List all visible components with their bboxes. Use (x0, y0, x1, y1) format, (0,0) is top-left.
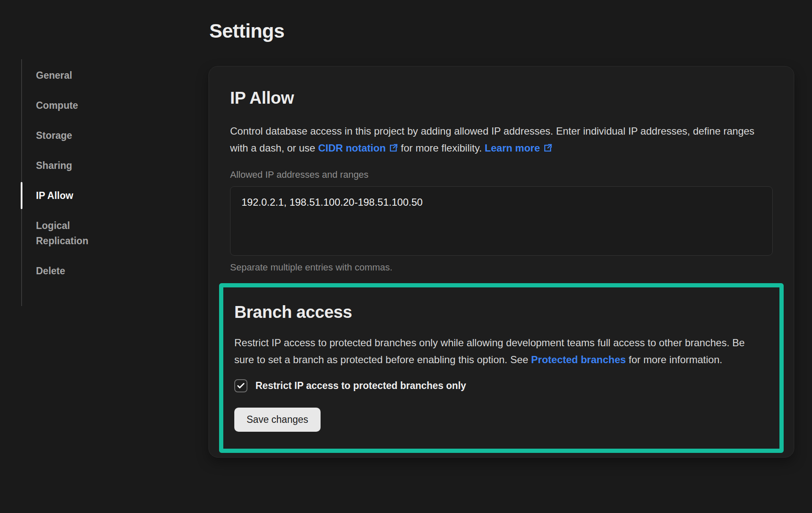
restrict-ip-checkbox-label: Restrict IP access to protected branches… (255, 380, 466, 392)
settings-page: General Compute Storage Sharing IP Allow… (0, 0, 812, 513)
settings-nav: General Compute Storage Sharing IP Allow… (21, 59, 110, 306)
page-title: Settings (209, 19, 794, 42)
restrict-ip-checkbox[interactable] (234, 379, 247, 392)
cidr-notation-link[interactable]: CIDR notation (318, 142, 386, 154)
ip-allow-description: Control database access in this project … (230, 123, 773, 157)
settings-sidebar: General Compute Storage Sharing IP Allow… (0, 0, 208, 513)
ip-allow-title: IP Allow (230, 88, 773, 108)
learn-more-link[interactable]: Learn more (485, 142, 540, 154)
save-changes-button[interactable]: Save changes (234, 408, 321, 432)
settings-main: Settings IP Allow Control database acces… (208, 0, 812, 513)
branch-access-title: Branch access (234, 303, 768, 322)
sidebar-item-ip-allow[interactable]: IP Allow (36, 188, 110, 203)
ip-allow-description-text-2: for more flexibility. (398, 142, 485, 154)
sidebar-item-delete[interactable]: Delete (36, 263, 110, 279)
ip-addresses-field-hint: Separate multiple entries with commas. (230, 262, 773, 273)
branch-access-description-text-2: for more information. (626, 354, 722, 365)
sidebar-item-general[interactable]: General (36, 68, 110, 83)
branch-access-description: Restrict IP access to protected branches… (234, 334, 763, 368)
branch-access-section: Branch access Restrict IP access to prot… (219, 283, 784, 453)
sidebar-item-sharing[interactable]: Sharing (36, 158, 110, 173)
checkmark-icon (236, 381, 245, 390)
sidebar-item-compute[interactable]: Compute (36, 98, 110, 113)
sidebar-item-logical-replication[interactable]: Logical Replication (36, 218, 110, 248)
protected-branches-link[interactable]: Protected branches (531, 354, 626, 365)
ip-addresses-textarea[interactable]: 192.0.2.1, 198.51.100.20-198.51.100.50 (230, 186, 773, 256)
external-link-icon[interactable] (389, 143, 398, 153)
sidebar-item-storage[interactable]: Storage (36, 128, 110, 143)
restrict-ip-checkbox-row[interactable]: Restrict IP access to protected branches… (234, 379, 768, 392)
external-link-icon[interactable] (543, 143, 552, 153)
ip-addresses-field-label: Allowed IP addresses and ranges (230, 169, 773, 180)
ip-allow-card: IP Allow Control database access in this… (208, 66, 794, 458)
